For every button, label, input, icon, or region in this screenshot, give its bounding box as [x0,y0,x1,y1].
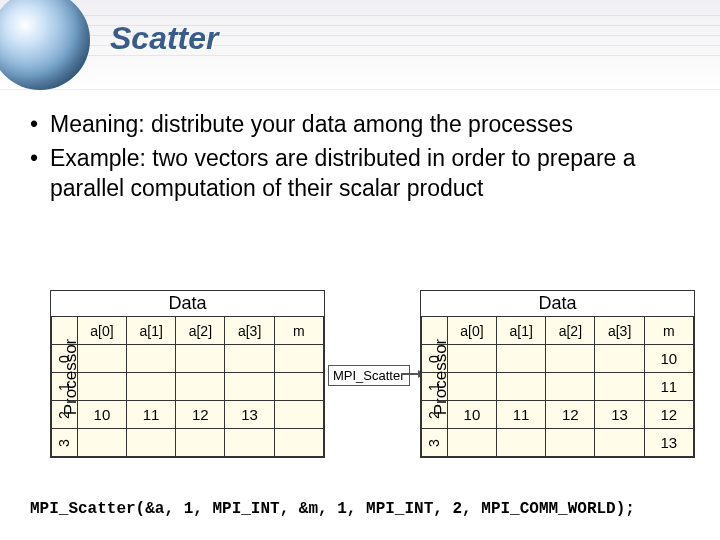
processor-axis-label: Processor [431,339,451,416]
cell [546,373,595,401]
slide-title: Scatter [110,20,219,57]
cell [274,373,323,401]
cell [546,429,595,457]
cell [274,429,323,457]
data-axis-label: Data [421,291,694,316]
cell [176,429,225,457]
cell [447,345,496,373]
left-table: a[0] a[1] a[2] a[3] m 0 1 [51,316,324,457]
col-header: a[0] [77,317,126,345]
cell [546,345,595,373]
cell [176,345,225,373]
cell [225,345,274,373]
cell: 12 [176,401,225,429]
col-header: a[1] [497,317,546,345]
bullet-item: • Meaning: distribute your data among th… [30,110,690,140]
cell [176,373,225,401]
bullet-list: • Meaning: distribute your data among th… [30,110,690,208]
arrow-icon [401,373,419,375]
col-header: a[3] [595,317,644,345]
table-header-row: a[0] a[1] a[2] a[3] m [52,317,324,345]
table-row: 0 [52,345,324,373]
cell [274,345,323,373]
cell [77,429,126,457]
cell [497,373,546,401]
cell [447,429,496,457]
bullet-item: • Example: two vectors are distributed i… [30,144,690,204]
bullet-text: Example: two vectors are distributed in … [50,144,690,204]
row-header: 3 [422,429,448,457]
col-header: a[1] [127,317,176,345]
left-table-block: Processor Data a[0] a[1] a[2] a[3] m 0 1 [50,290,325,458]
col-header: m [644,317,693,345]
cell [77,345,126,373]
cell: 11 [497,401,546,429]
cell [127,429,176,457]
bullet-text: Meaning: distribute your data among the … [50,110,690,140]
row-header: 3 [52,429,78,457]
cell: 12 [546,401,595,429]
table-row: 2 10 11 12 13 [52,401,324,429]
bullet-mark: • [30,110,50,140]
cell: 13 [595,401,644,429]
header-background [0,0,720,90]
cell [225,373,274,401]
cell: 10 [77,401,126,429]
data-axis-label: Data [51,291,324,316]
cell [595,373,644,401]
cell [497,345,546,373]
diagram: Processor Data a[0] a[1] a[2] a[3] m 0 1 [30,290,690,490]
col-header: a[3] [225,317,274,345]
cell [595,345,644,373]
table-row: 3 [52,429,324,457]
table-row: 1 11 [422,373,694,401]
cell: 13 [225,401,274,429]
table-row: 1 [52,373,324,401]
cell [77,373,126,401]
bullet-mark: • [30,144,50,204]
cell [127,345,176,373]
cell: 12 [644,401,693,429]
col-header: a[0] [447,317,496,345]
cell [127,373,176,401]
right-table: a[0] a[1] a[2] a[3] m 0 10 1 11 [421,316,694,457]
cell: 13 [644,429,693,457]
mpi-scatter-label: MPI_Scatter [328,365,410,386]
code-snippet: MPI_Scatter(&a, 1, MPI_INT, &m, 1, MPI_I… [30,500,690,518]
col-header: m [274,317,323,345]
cell [274,401,323,429]
col-header: a[2] [546,317,595,345]
cell: 10 [644,345,693,373]
table-row: 3 13 [422,429,694,457]
cell [595,429,644,457]
cell [447,373,496,401]
cell [497,429,546,457]
processor-axis-label: Processor [61,339,81,416]
table-row: 2 10 11 12 13 12 [422,401,694,429]
cell: 11 [644,373,693,401]
table-header-row: a[0] a[1] a[2] a[3] m [422,317,694,345]
col-header: a[2] [176,317,225,345]
right-table-block: Processor Data a[0] a[1] a[2] a[3] m 0 1… [420,290,695,458]
cell: 10 [447,401,496,429]
cell [225,429,274,457]
table-row: 0 10 [422,345,694,373]
cell: 11 [127,401,176,429]
